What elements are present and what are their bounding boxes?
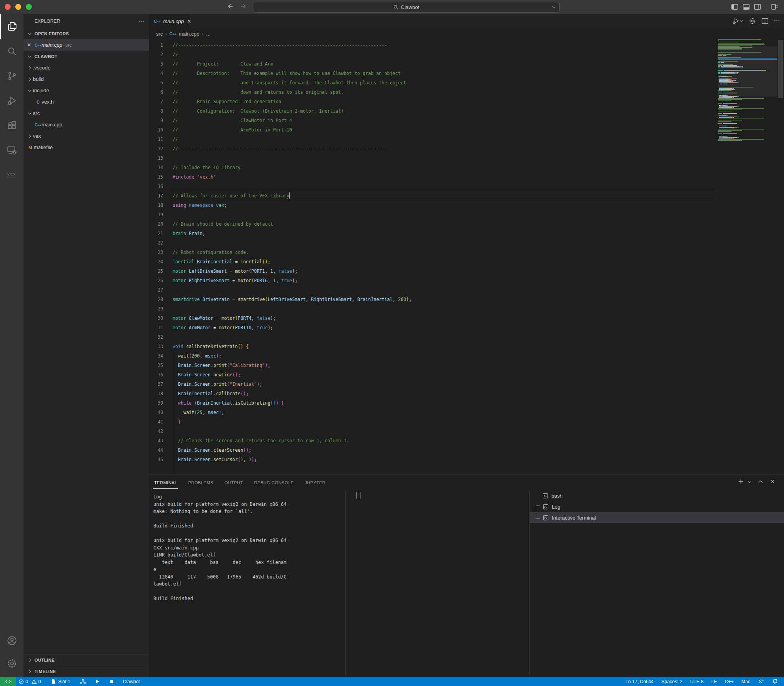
vex-extension-icon[interactable]: VEXROBOTICS [0, 162, 24, 187]
code-editor[interactable]: 1234567891011121314151617181920212223242… [149, 39, 784, 474]
zoom-window-button[interactable] [26, 4, 32, 10]
tab-jupyter[interactable]: JUPYTER [304, 476, 326, 488]
toggle-primary-sidebar-icon[interactable] [731, 3, 739, 11]
terminal-list-item-Log[interactable]: Log [530, 501, 784, 512]
remote-indicator[interactable] [0, 677, 16, 686]
outline-section-header[interactable]: OUTLINE [24, 654, 149, 666]
open-editors-header[interactable]: OPEN EDITORS [24, 28, 149, 39]
timeline-section-header[interactable]: TIMELINE [24, 666, 149, 677]
tree-item-vex-h[interactable]: Cvex.h [24, 96, 149, 108]
run-and-debug-icon[interactable] [0, 88, 24, 113]
project-root-header[interactable]: CLAWBOT [24, 51, 149, 62]
terminal-output[interactable]: Logunix build for platform vexiq2 on Dar… [153, 493, 342, 602]
tree-item-build[interactable]: build [24, 73, 149, 85]
close-editor-icon[interactable]: ✕ [24, 42, 35, 48]
remote-os-status[interactable]: Mac [739, 679, 753, 684]
extensions-icon[interactable] [0, 113, 24, 138]
line-number: 10 [149, 125, 163, 135]
notifications-bell-icon[interactable] [769, 679, 780, 684]
breadcrumb[interactable]: src › C++ main.cpp › … [149, 28, 784, 39]
search-icon [393, 5, 398, 10]
tree-item-vex[interactable]: vex [24, 130, 149, 142]
close-tab-icon[interactable]: ✕ [187, 18, 191, 24]
project-name-status[interactable]: Clawbot [120, 677, 142, 686]
pane-divider[interactable] [529, 490, 530, 675]
terminal-list-item-bash[interactable]: bash [530, 490, 784, 501]
tab-problems[interactable]: PROBLEMS [187, 476, 214, 488]
eol-status[interactable]: LF [709, 679, 719, 684]
terminal-line: 12840 117 5008 17965 462d build/C [153, 573, 342, 581]
tree-item-main-cpp[interactable]: C++main.cpp [24, 119, 149, 130]
indentation-status[interactable]: Spaces: 2 [659, 679, 684, 684]
minimap-token [723, 103, 730, 104]
minimap[interactable] [718, 39, 777, 474]
line-number: 25 [149, 266, 163, 276]
terminal-list-item-Interactive-Terminal[interactable]: Interactive Terminal [530, 512, 784, 523]
more-actions-icon[interactable] [774, 18, 780, 24]
chevron-right-icon [27, 76, 33, 82]
forward-icon[interactable] [240, 3, 247, 10]
terminal-dropdown-icon[interactable] [747, 480, 751, 484]
line-number: 4 [149, 69, 163, 78]
chevron-right-icon [27, 65, 33, 71]
run-program-icon[interactable] [92, 677, 103, 686]
line-number: 30 [149, 314, 163, 323]
text-cursor [289, 192, 290, 199]
editor-scrollbar[interactable] [777, 39, 784, 474]
feedback-icon[interactable] [756, 679, 766, 684]
line-number: 18 [149, 201, 163, 210]
close-panel-icon[interactable] [770, 479, 775, 484]
maximize-panel-icon[interactable] [758, 479, 763, 484]
stop-program-icon[interactable] [107, 677, 117, 686]
settings-gear-icon[interactable] [0, 652, 24, 675]
code-line: } [173, 417, 181, 427]
vscode-window: Clawbot VEXROBOTICS EXPLORER [0, 0, 784, 686]
line-number: 38 [149, 389, 163, 398]
language-mode-status[interactable]: C++ [722, 679, 736, 684]
tab-debug-console[interactable]: DEBUG CONSOLE [253, 476, 295, 488]
chevron-down-icon[interactable] [551, 5, 556, 9]
source-control-icon[interactable] [0, 64, 24, 88]
configure-gear-icon[interactable] [749, 17, 756, 25]
minimize-window-button[interactable] [15, 4, 21, 10]
tab-terminal[interactable]: TERMINAL [153, 476, 178, 489]
code-line: motor RightDriveSmart = motor(PORT6, 1, … [173, 276, 298, 285]
vex-device-icon[interactable] [77, 677, 89, 686]
customize-layout-icon[interactable] [771, 3, 779, 11]
cursor-position-status[interactable]: Ln 17, Col 44 [623, 679, 656, 684]
split-editor-icon[interactable] [761, 17, 769, 25]
minimap-token [727, 105, 728, 106]
remote-explorer-icon[interactable] [0, 138, 24, 162]
minimap-token [726, 117, 732, 118]
new-terminal-icon[interactable] [738, 478, 744, 485]
tree-item-makefile[interactable]: Mmakefile [24, 142, 149, 153]
pane-divider[interactable] [345, 490, 346, 675]
minimap-token [739, 127, 739, 128]
tree-item-src[interactable]: src [24, 108, 149, 119]
tab-main-cpp[interactable]: C++ main.cpp ✕ [149, 14, 189, 28]
encoding-status[interactable]: UTF-8 [688, 679, 706, 684]
tree-item--vscode[interactable]: .vscode [24, 62, 149, 73]
command-center-search[interactable]: Clawbot [253, 2, 560, 13]
back-icon[interactable] [227, 3, 234, 10]
explorer-icon[interactable] [0, 14, 24, 39]
toggle-secondary-sidebar-icon[interactable] [754, 3, 761, 11]
slot-selector[interactable]: Slot 1 [48, 677, 73, 686]
line-number: 27 [149, 285, 163, 295]
terminal-line [153, 515, 342, 523]
toggle-panel-icon[interactable] [742, 3, 750, 11]
code-line: //--------------------------------------… [173, 144, 387, 153]
more-actions-icon[interactable] [138, 18, 144, 24]
line-number: 29 [149, 304, 163, 314]
open-editor-main-cpp[interactable]: ✕ C++ main.cpp src [24, 39, 149, 51]
run-or-debug-icon[interactable] [732, 17, 744, 25]
close-window-button[interactable] [5, 4, 11, 10]
accounts-icon[interactable] [0, 629, 24, 652]
svg-text:ROBOTICS: ROBOTICS [7, 177, 17, 178]
search-view-icon[interactable] [0, 39, 24, 64]
code-line: // down and returns to its original spot… [173, 88, 344, 97]
problems-status[interactable]: 0 0 [16, 677, 44, 686]
line-number: 45 [149, 455, 163, 464]
tab-output[interactable]: OUTPUT [224, 476, 244, 488]
tree-item-include[interactable]: include [24, 85, 149, 96]
